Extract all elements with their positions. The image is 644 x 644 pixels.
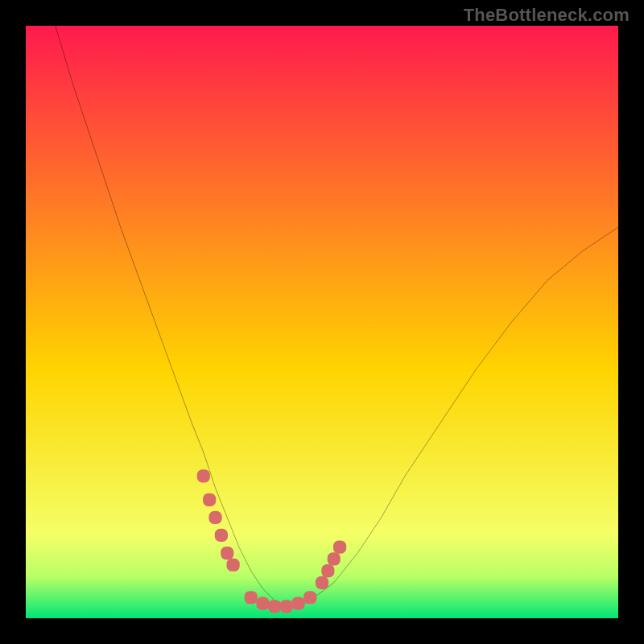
chart-svg: [26, 26, 618, 618]
marker-point: [197, 469, 210, 482]
marker-point: [215, 529, 228, 542]
marker-point: [268, 600, 281, 613]
chart-frame: TheBottleneck.com: [0, 0, 644, 644]
marker-point: [316, 576, 328, 589]
marker-point: [245, 591, 258, 604]
marker-point: [280, 600, 293, 613]
gradient-background: [26, 26, 618, 618]
marker-point: [221, 547, 233, 559]
plot-area: [26, 26, 618, 618]
marker-point: [303, 591, 316, 604]
watermark-text: TheBottleneck.com: [464, 5, 630, 26]
marker-point: [256, 597, 269, 610]
marker-point: [333, 541, 346, 554]
marker-point: [208, 511, 221, 524]
marker-point: [291, 597, 304, 610]
marker-point: [321, 564, 334, 577]
marker-point: [203, 493, 216, 506]
marker-point: [328, 552, 341, 565]
marker-point: [227, 559, 240, 572]
